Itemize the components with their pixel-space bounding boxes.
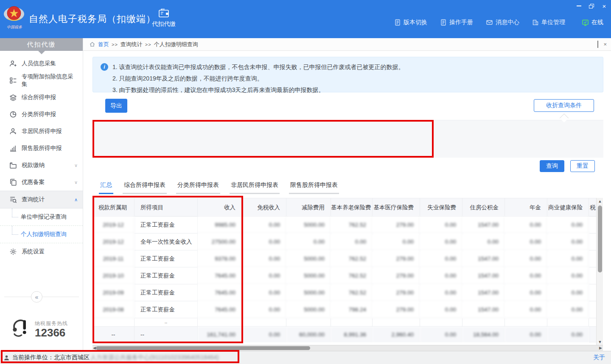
cell-value bbox=[373, 318, 420, 327]
tree-guide bbox=[12, 208, 12, 217]
tab-nonresident-income[interactable]: 非居民所得申报表 bbox=[230, 181, 280, 194]
copy-icon bbox=[9, 178, 17, 186]
sidebar-subitem-personal-withholding-query[interactable]: 个人扣缴明细查询 bbox=[0, 226, 83, 243]
nav-item-withholding[interactable]: 代扣代缴 bbox=[148, 8, 180, 28]
scroll-right-arrow[interactable]: ▶ bbox=[599, 346, 602, 350]
export-button[interactable]: 导出 bbox=[105, 99, 127, 113]
sidebar-item-comprehensive-income[interactable]: 综合所得申报 bbox=[0, 89, 83, 106]
cell-value: 5000.00 bbox=[286, 217, 331, 233]
restore-button[interactable] bbox=[588, 3, 595, 9]
vertical-scrollbar[interactable]: ▲ ▼ bbox=[596, 198, 603, 345]
cell-value: 1547.00 bbox=[462, 267, 505, 284]
menu-item-unit-management[interactable]: 单位管理 bbox=[532, 19, 565, 26]
close-panel-icon[interactable]: × bbox=[603, 42, 607, 47]
user-icon bbox=[3, 355, 10, 361]
hotline-block: 纳税服务热线 12366 bbox=[9, 318, 68, 340]
minimize-icon bbox=[577, 6, 581, 6]
breadcrumb-item[interactable]: 查询统计 bbox=[121, 41, 143, 48]
cell-value: 1547.00 bbox=[462, 301, 505, 318]
cell-value bbox=[462, 318, 505, 327]
close-button[interactable]: × bbox=[601, 3, 608, 9]
menu-item-message-center[interactable]: 消息中心 bbox=[486, 19, 519, 26]
cell-value: 1547.00 bbox=[462, 250, 505, 267]
layers-icon bbox=[9, 94, 17, 101]
scroll-up-arrow[interactable]: ▲ bbox=[597, 199, 603, 203]
cell-value: 279.00 bbox=[373, 250, 420, 267]
sidebar-item-label: 分类所得申报 bbox=[22, 111, 56, 118]
tab-classified-income[interactable]: 分类所得申报表 bbox=[176, 181, 220, 194]
table-row[interactable]: 2019-09正常工资薪金7645.000.005000.00762.52279… bbox=[92, 284, 596, 301]
table-row[interactable]: 2019-12正常工资薪金9985.000.005000.00762.52279… bbox=[92, 217, 596, 233]
sidebar-item-query-statistics[interactable]: 查询统计 ∧ bbox=[0, 191, 83, 208]
cell-value: 0.00 bbox=[242, 217, 286, 233]
about-link[interactable]: 关于 bbox=[593, 354, 605, 361]
title-bar: × 中国税务 自然人电子税务局（扣缴端） 代扣代缴 版本切换 操作手册 消息中心 bbox=[0, 0, 611, 38]
bar-chart-icon bbox=[9, 144, 17, 152]
cell-value: 5000.00 bbox=[286, 250, 331, 267]
scroll-down-arrow[interactable]: ▼ bbox=[597, 340, 603, 344]
sidebar-item-label: 专项附加扣除信息采集 bbox=[22, 73, 78, 88]
menu-item-manual[interactable]: 操作手册 bbox=[440, 19, 473, 26]
sidebar-item-preferential-filing[interactable]: 优惠备案 ∨ bbox=[0, 174, 83, 191]
cell-value bbox=[198, 318, 242, 327]
building-icon bbox=[532, 19, 539, 26]
sidebar-item-tax-payment[interactable]: 税款缴纳 ∨ bbox=[0, 157, 83, 174]
table-row[interactable]: 2019-08正常工资薪金7645.000.005000.00798.24279… bbox=[92, 301, 596, 318]
scroll-left-arrow[interactable]: ◀ bbox=[93, 346, 96, 350]
cell-income-item: 正常工资薪金 bbox=[135, 250, 198, 267]
horizontal-scroll-thumb[interactable] bbox=[96, 346, 310, 350]
menu-item-label: 单位管理 bbox=[541, 19, 565, 26]
table-row[interactable]: 2019-11正常工资薪金9378.000.005000.00762.52279… bbox=[92, 250, 596, 267]
envelope-icon bbox=[486, 19, 493, 26]
minimize-button[interactable] bbox=[575, 3, 582, 9]
current-unit-masked: 人力资源公共服务中心(91110102339640518464) bbox=[90, 354, 219, 361]
cell-value bbox=[589, 267, 596, 284]
sidebar-item-nonresident-income[interactable]: 非居民所得申报 bbox=[0, 123, 83, 140]
cell-income-item: 正常工资薪金 bbox=[135, 217, 198, 233]
cell-period: 2019-12 bbox=[92, 233, 135, 250]
sidebar-item-classified-income[interactable]: 分类所得申报 bbox=[0, 106, 83, 123]
pie-chart-icon bbox=[9, 111, 17, 118]
tab-comprehensive-income[interactable]: 综合所得申报表 bbox=[123, 181, 167, 194]
horizontal-scrollbar[interactable]: ◀ ▶ bbox=[92, 345, 603, 351]
current-unit-label: 当前操作单位： bbox=[12, 354, 54, 361]
cell-value bbox=[589, 301, 596, 318]
cell-value: 798.24 bbox=[331, 301, 373, 318]
cell-value: 0.00 bbox=[242, 250, 286, 267]
sidebar-item-special-deduction[interactable]: 专项附加扣除信息采集 bbox=[0, 72, 83, 89]
sidebar-subitem-unit-declaration-query[interactable]: 单位申报记录查询 bbox=[0, 208, 83, 226]
cell-value: 0.00 bbox=[505, 284, 547, 301]
cell-value: 0.00 bbox=[420, 233, 462, 250]
cell-value: 0.00 bbox=[242, 233, 286, 250]
cell-value: 0.00 bbox=[420, 217, 462, 233]
hotline-number: 12366 bbox=[35, 326, 65, 339]
cell-value bbox=[589, 250, 596, 267]
sidebar-item-personnel-info[interactable]: 人员信息采集 bbox=[0, 55, 83, 72]
table-row[interactable]: 2019-12全年一次性奖金收入27500.000.000.000.000.00… bbox=[92, 233, 596, 250]
vertical-scroll-thumb[interactable] bbox=[598, 206, 602, 272]
online-label: 在线 bbox=[591, 19, 603, 26]
table-row[interactable]: 2019-10正常工资薪金7645.000.005000.00762.52279… bbox=[92, 267, 596, 284]
sidebar-collapse-button[interactable]: « bbox=[31, 291, 42, 303]
sidebar-item-system-settings[interactable]: 系统设置 bbox=[0, 243, 83, 260]
cell-value: 9378.00 bbox=[198, 250, 242, 267]
collapse-query-button[interactable]: 收折查询条件 bbox=[534, 99, 594, 112]
reset-button[interactable]: 重置 bbox=[570, 160, 595, 172]
undock-panel-icon[interactable] bbox=[597, 42, 598, 47]
sidebar-item-restricted-shares[interactable]: 限售股所得申报 bbox=[0, 140, 83, 157]
tab-summary[interactable]: 汇总 bbox=[99, 181, 113, 194]
current-unit-value: 北京市西城区 bbox=[54, 354, 90, 361]
cell-value bbox=[589, 233, 596, 250]
wallet-icon bbox=[9, 161, 17, 169]
column-header: 税款所属期 bbox=[92, 198, 135, 217]
breadcrumb: 首页 >> 查询统计 >> 个人扣缴明细查询 × bbox=[83, 38, 611, 51]
breadcrumb-home[interactable]: 首页 bbox=[98, 41, 109, 48]
menu-item-version-switch[interactable]: 版本切换 bbox=[394, 19, 427, 26]
cell-value: 0.00 bbox=[420, 250, 462, 267]
online-status[interactable]: 在线 bbox=[582, 19, 603, 26]
tab-restricted-shares[interactable]: 限售股所得申报表 bbox=[289, 181, 339, 194]
cell-period: -- bbox=[92, 327, 135, 342]
query-button[interactable]: 查询 bbox=[540, 160, 564, 172]
cell-value bbox=[286, 318, 331, 327]
cell-period: 2019-11 bbox=[92, 250, 135, 267]
